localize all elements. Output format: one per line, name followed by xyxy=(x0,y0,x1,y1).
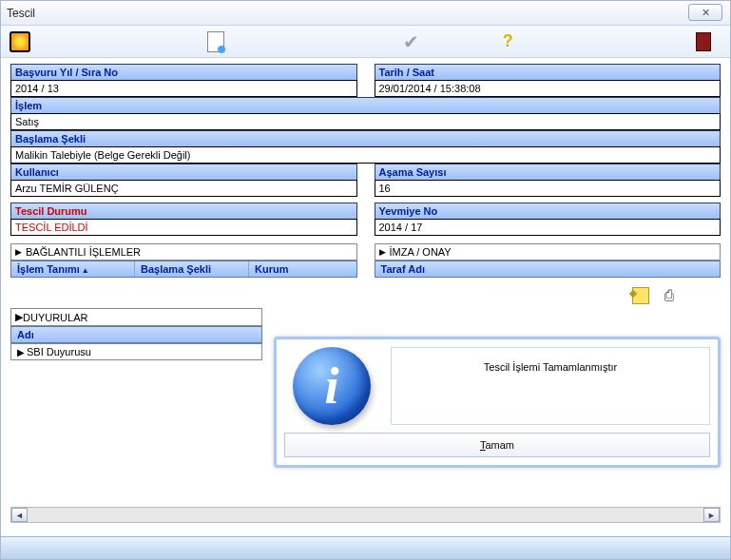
sun-icon xyxy=(10,31,30,52)
table-header-right: Taraf Adı xyxy=(375,261,721,278)
status-bar xyxy=(1,536,730,559)
expand-icon: ▶ xyxy=(15,311,23,323)
app-window: Tescil ✕ ✔ ? Başvuru Yıl / Sıra No 2014 … xyxy=(0,0,731,560)
label-baslama: Başlama Şekli xyxy=(10,130,721,146)
col-islem-tanimi[interactable]: İşlem Tanımı▲ xyxy=(11,261,135,277)
field-yevmiye: Yevmiye No 2014 / 17 xyxy=(375,203,721,236)
note-button[interactable] xyxy=(631,286,650,305)
window-title: Tescil xyxy=(7,7,35,20)
label-basvuru: Başvuru Yıl / Sıra No xyxy=(10,64,357,80)
label-yevmiye: Yevmiye No xyxy=(375,203,721,219)
toolbar-confirm-button[interactable]: ✔ xyxy=(400,30,423,53)
table-baglantili-islemler: ▶BAĞLANTILI İŞLEMLER İşlem Tanımı▲ Başla… xyxy=(10,243,357,278)
col-taraf-adi[interactable]: Taraf Adı xyxy=(375,261,721,277)
list-item[interactable]: ▶SBI Duyurusu xyxy=(10,343,262,360)
note-icon xyxy=(632,287,649,304)
label-tescil-durumu: Tescil Durumu xyxy=(10,203,357,219)
scroll-right-button[interactable]: ► xyxy=(703,508,720,522)
ok-button[interactable]: Tamam xyxy=(284,433,710,457)
label-tarih: Tarih / Saat xyxy=(375,64,721,80)
dialog-icon-cell: i xyxy=(284,347,379,425)
table-header-left: İşlem Tanımı▲ Başlama Şekli Kurum xyxy=(10,261,357,278)
value-asama[interactable]: 16 xyxy=(375,180,721,197)
info-dialog: i Tescil İşlemi Tamamlanmıştır Tamam xyxy=(274,337,721,468)
value-tescil-durumu[interactable]: TESCİL EDİLDİ xyxy=(10,219,357,236)
main-toolbar: ✔ ? xyxy=(1,26,730,58)
scroll-track[interactable] xyxy=(28,508,703,522)
duyuru-row-text: SBI Duyurusu xyxy=(27,346,91,357)
value-islem[interactable]: Satış xyxy=(10,113,721,130)
table-title-right[interactable]: ▶İMZA / ONAY xyxy=(375,243,721,261)
label-islem: İşlem xyxy=(10,97,721,113)
sort-asc-icon: ▲ xyxy=(82,266,89,275)
label-kullanici: Kullanıcı xyxy=(10,164,357,180)
field-islem: İşlem Satış xyxy=(10,97,721,130)
col-kurum[interactable]: Kurum xyxy=(249,261,356,277)
exit-icon xyxy=(696,32,711,51)
table-title-left[interactable]: ▶BAĞLANTILI İŞLEMLER xyxy=(10,243,357,261)
horizontal-scrollbar[interactable]: ◄ ► xyxy=(10,507,721,523)
value-basvuru[interactable]: 2014 / 13 xyxy=(10,80,357,97)
field-tarih: Tarih / Saat 29/01/2014 / 15:38:08 xyxy=(375,64,721,97)
print-button[interactable]: ⎙ xyxy=(660,286,679,305)
expand-icon: ▶ xyxy=(15,247,22,257)
field-asama: Aşama Sayısı 16 xyxy=(375,164,721,197)
toolbar-help-button[interactable]: ? xyxy=(496,30,519,53)
field-kullanici: Kullanıcı Arzu TEMİR GÜLENÇ xyxy=(10,164,357,197)
linked-tables: ▶BAĞLANTILI İŞLEMLER İşlem Tanımı▲ Başla… xyxy=(1,240,730,278)
toolbar-exit-button[interactable] xyxy=(692,30,715,53)
duyurular-title[interactable]: ▶DUYURULAR xyxy=(10,308,262,326)
check-icon: ✔ xyxy=(403,30,419,53)
help-icon: ? xyxy=(503,31,513,51)
form-area: Başvuru Yıl / Sıra No 2014 / 13 Tarih / … xyxy=(1,58,730,240)
expand-icon: ▶ xyxy=(379,247,386,257)
document-icon xyxy=(207,31,224,52)
col-baslama-sekli[interactable]: Başlama Şekli xyxy=(135,261,249,277)
label-asama: Aşama Sayısı xyxy=(375,164,721,180)
scroll-left-button[interactable]: ◄ xyxy=(11,508,28,522)
duyurular-col-adi[interactable]: Adı xyxy=(10,326,262,343)
close-icon: ✕ xyxy=(702,7,710,19)
table-imza-onay: ▶İMZA / ONAY Taraf Adı xyxy=(375,243,721,278)
info-icon: i xyxy=(293,347,371,425)
field-tescil-durumu: Tescil Durumu TESCİL EDİLDİ xyxy=(10,203,357,236)
close-button[interactable]: ✕ xyxy=(688,4,722,21)
value-baslama[interactable]: Malikin Talebiyle (Belge Gerekli Değil) xyxy=(10,146,721,164)
mini-toolbar: ⎙ xyxy=(10,283,721,308)
field-basvuru: Başvuru Yıl / Sıra No 2014 / 13 xyxy=(10,64,357,97)
value-tarih[interactable]: 29/01/2014 / 15:38:08 xyxy=(375,80,721,97)
row-pointer-icon: ▶ xyxy=(17,347,27,357)
titlebar: Tescil ✕ xyxy=(1,1,730,26)
value-kullanici[interactable]: Arzu TEMİR GÜLENÇ xyxy=(10,180,357,197)
field-baslama: Başlama Şekli Malikin Talebiyle (Belge G… xyxy=(10,130,721,164)
toolbar-document-button[interactable] xyxy=(204,30,227,53)
toolbar-sun-button[interactable] xyxy=(9,30,31,53)
print-icon: ⎙ xyxy=(664,287,674,304)
value-yevmiye[interactable]: 2014 / 17 xyxy=(375,219,721,236)
dialog-message: Tescil İşlemi Tamamlanmıştır xyxy=(391,347,710,425)
